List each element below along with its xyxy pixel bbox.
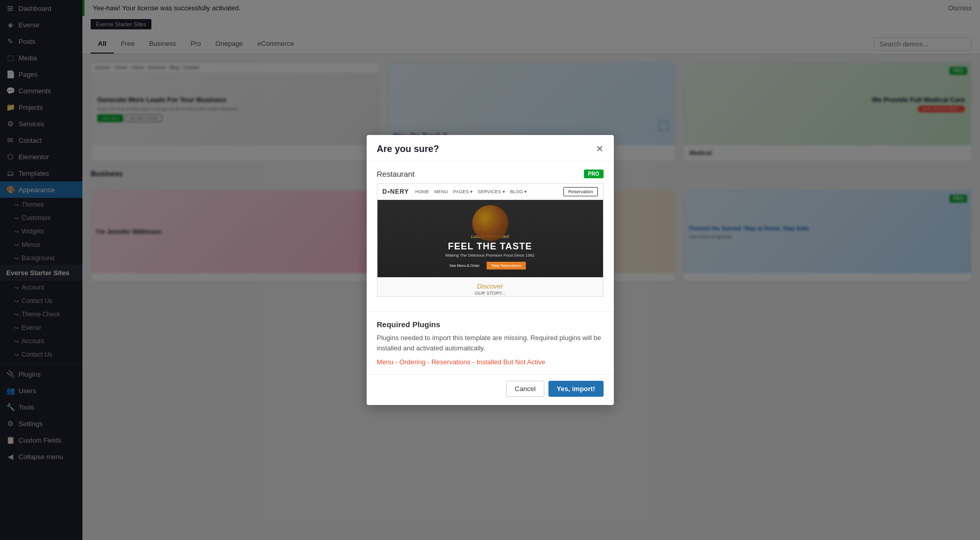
yes-import-button[interactable]: Yes, import! — [548, 381, 603, 397]
hero-buttons: See Menu & Order Table Reservations — [445, 262, 535, 269]
cancel-button[interactable]: Cancel — [506, 381, 544, 397]
modal-body: Restaurant PRO D▪NERY HOME MENU PAGES ▾ … — [367, 161, 614, 311]
required-plugins-desc: Plugins needed to import this template a… — [377, 333, 604, 353]
template-name-row: Restaurant PRO — [377, 170, 604, 178]
preview-hero: Luxury Restaurant FEEL THE TASTE Making … — [377, 200, 603, 277]
preview-reservation-btn: Reservation — [563, 187, 597, 196]
template-pro-badge: PRO — [584, 170, 604, 178]
preview-logo: D▪NERY — [383, 188, 409, 195]
confirmation-modal: Are you sure? ✕ Restaurant PRO D▪NERY HO… — [367, 135, 614, 405]
modal-header: Are you sure? ✕ — [367, 135, 614, 161]
modal-overlay[interactable]: Are you sure? ✕ Restaurant PRO D▪NERY HO… — [0, 0, 980, 540]
template-name: Restaurant — [377, 170, 415, 178]
table-reservations-button[interactable]: Table Reservations — [487, 262, 526, 269]
menu-plugin: Menu - Ordering - Reservations - — [377, 358, 477, 366]
our-story-text: OUR STORY... — [384, 291, 597, 296]
template-preview: D▪NERY HOME MENU PAGES ▾ SERVICES ▾ BLOG… — [377, 183, 604, 297]
preview-nav-links: HOME MENU PAGES ▾ SERVICES ▾ BLOG ▾ — [415, 189, 527, 194]
preview-nav: D▪NERY HOME MENU PAGES ▾ SERVICES ▾ BLOG… — [377, 184, 603, 200]
hero-title: FEEL THE TASTE — [445, 241, 535, 252]
not-active-label: Installed But Not Active — [476, 358, 545, 366]
hero-desc: Making The Delicious Premium Food Since … — [445, 253, 535, 258]
required-plugins-title: Required Plugins — [377, 320, 604, 329]
discover-text: Discover — [477, 282, 503, 290]
modal-title: Are you sure? — [377, 144, 439, 155]
required-plugins-section: Required Plugins Plugins needed to impor… — [367, 311, 614, 374]
modal-footer: Cancel Yes, import! — [367, 374, 614, 405]
see-menu-button[interactable]: See Menu & Order — [445, 262, 484, 269]
plugins-list: Menu - Ordering - Reservations - Install… — [377, 358, 604, 366]
food-image — [472, 205, 508, 241]
modal-close-button[interactable]: ✕ — [596, 143, 604, 155]
discover-strip: Discover OUR STORY... — [377, 277, 603, 297]
